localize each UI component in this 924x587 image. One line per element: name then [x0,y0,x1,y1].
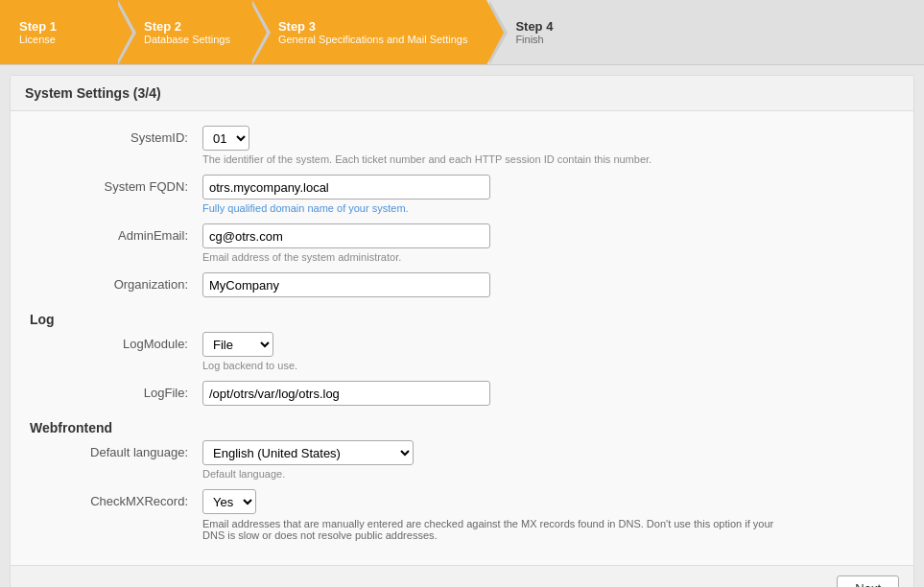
log-module-select[interactable]: File Syslog DB [202,332,273,357]
admin-email-control: Email address of the system administrato… [202,223,778,263]
check-mx-record-select[interactable]: Yes No [202,489,256,514]
webfrontend-section-title: Webfrontend [30,415,202,435]
step4-number: Step 4 [515,19,553,34]
check-mx-record-control: Yes No Email addresses that are manually… [202,489,778,541]
admin-email-row: AdminEmail: Email address of the system … [30,223,894,263]
log-module-control: File Syslog DB Log backend to use. [202,332,778,371]
webfrontend-section-row: Webfrontend [30,415,894,435]
system-id-hint: The identifier of the system. Each ticke… [202,153,778,165]
step1-number: Step 1 [19,19,57,34]
default-language-select[interactable]: English (United States) German French Sp… [202,440,414,465]
organization-label: Organization: [30,272,202,292]
organization-row: Organization: [30,272,894,297]
system-id-row: SystemID: 01 02 03 The identifier of the… [30,126,894,165]
log-file-label: LogFile: [30,381,202,400]
step2-label: Database Settings [144,34,230,45]
check-mx-record-hint: Email addresses that are manually entere… [202,518,778,541]
log-module-hint: Log backend to use. [202,360,778,371]
log-file-row: LogFile: [30,381,894,406]
next-button[interactable]: Next [837,575,899,587]
log-section-title: Log [30,307,202,327]
step2-number: Step 2 [144,19,230,34]
default-language-label: Default language: [30,440,202,459]
log-file-input[interactable] [202,381,490,406]
form-body: SystemID: 01 02 03 The identifier of the… [11,111,913,565]
admin-email-label: AdminEmail: [30,223,202,243]
organization-input[interactable] [202,272,490,297]
section-title: System Settings (3/4) [11,76,913,111]
check-mx-record-label: CheckMXRecord: [30,489,202,508]
system-id-label: SystemID: [30,126,202,145]
footer: Next [11,565,913,587]
system-fqdn-control: Fully qualified domain name of your syst… [202,175,778,214]
log-module-row: LogModule: File Syslog DB Log backend to… [30,332,894,371]
system-fqdn-input[interactable] [202,175,490,200]
log-section-row: Log [30,307,894,327]
admin-email-hint: Email address of the system administrato… [202,251,778,263]
system-fqdn-hint: Fully qualified domain name of your syst… [202,202,778,214]
organization-control [202,272,778,297]
system-fqdn-label: System FQDN: [30,175,202,194]
system-id-control: 01 02 03 The identifier of the system. E… [202,126,778,165]
wizard-step-1[interactable]: Step 1 License [0,0,115,64]
main-content: System Settings (3/4) SystemID: 01 02 03… [10,75,914,587]
step1-label: License [19,34,57,45]
wizard-header: Step 1 License Step 2 Database Settings … [0,0,924,65]
admin-email-input[interactable] [202,223,490,248]
check-mx-record-row: CheckMXRecord: Yes No Email addresses th… [30,489,894,541]
wizard-step-4[interactable]: Step 4 Finish [486,0,924,64]
log-file-control [202,381,778,406]
system-id-select[interactable]: 01 02 03 [202,126,249,151]
log-module-label: LogModule: [30,332,202,351]
step4-label: Finish [515,34,553,45]
system-fqdn-row: System FQDN: Fully qualified domain name… [30,175,894,214]
default-language-hint: Default language. [202,468,778,480]
default-language-control: English (United States) German French Sp… [202,440,778,480]
step3-label: General Specifications and Mail Settings [278,34,468,45]
step3-number: Step 3 [278,19,468,34]
wizard-step-3[interactable]: Step 3 General Specifications and Mail S… [249,0,487,64]
default-language-row: Default language: English (United States… [30,440,894,480]
